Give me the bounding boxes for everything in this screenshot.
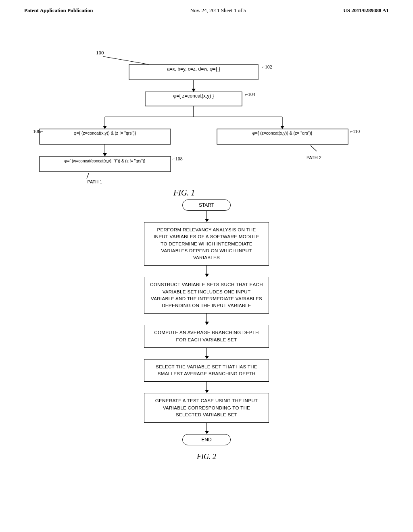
svg-text:106⌐: 106⌐ — [33, 129, 43, 134]
svg-text:⌐104: ⌐104 — [245, 91, 255, 97]
fig2-label: FIG. 2 — [197, 453, 216, 461]
arrow-5 — [206, 382, 207, 393]
header-right: US 2011/0289488 A1 — [343, 7, 389, 14]
arrow-1 — [206, 211, 207, 222]
svg-text:⌐102: ⌐102 — [262, 64, 272, 70]
page-header: Patent Application Publication Nov. 24, … — [0, 0, 413, 18]
svg-text:PATH 2: PATH 2 — [307, 155, 321, 160]
svg-text:100: 100 — [96, 50, 104, 56]
main-content: 100 a=x, b=y, c=z, d=w, φ={ } ⌐102 φ={ z… — [0, 18, 413, 481]
svg-line-25 — [87, 173, 89, 179]
svg-text:φ={ (w=concat(concat(x,y), "t": φ={ (w=concat(concat(x,y), "t")) & (z !=… — [64, 159, 146, 163]
end-wrapper: END — [182, 434, 231, 445]
svg-marker-6 — [192, 89, 196, 92]
end-node: END — [182, 434, 231, 445]
fig2-label-wrapper: FIG. 2 — [197, 453, 216, 461]
svg-text:⌐110: ⌐110 — [350, 129, 360, 134]
step-204: CONSTRUCT VARIABLE SETS SUCH THAT EACH V… — [144, 277, 269, 314]
step208-wrapper: SELECT THE VARIABLE SET THAT HAS THE SMA… — [144, 359, 269, 382]
step-208: SELECT THE VARIABLE SET THAT HAS THE SMA… — [144, 359, 269, 382]
start-node: START — [182, 200, 231, 211]
step-202: PERFORM RELEVANCY ANALYSIS ON THE INPUT … — [144, 222, 269, 266]
fig1-svg: 100 a=x, b=y, c=z, d=w, φ={ } ⌐102 φ={ z… — [24, 30, 387, 200]
svg-text:a=x, b=y, c=z, d=w, φ={ }: a=x, b=y, c=z, d=w, φ={ } — [167, 66, 220, 72]
svg-text:φ={ (z=concat(x,y)) & (z != "q: φ={ (z=concat(x,y)) & (z != "qrs")} — [74, 131, 136, 135]
svg-text:PATH 1: PATH 1 — [88, 179, 102, 184]
arrow-3 — [206, 314, 207, 325]
svg-marker-15 — [280, 126, 284, 129]
step206-wrapper: COMPUTE AN AVERAGE BRANCHING DEPTH FOR E… — [144, 325, 269, 348]
svg-line-1 — [103, 56, 149, 64]
arrow-6 — [206, 423, 207, 434]
step-206: COMPUTE AN AVERAGE BRANCHING DEPTH FOR E… — [144, 325, 269, 348]
svg-text:φ={ z=concat(x,y) }: φ={ z=concat(x,y) } — [173, 93, 214, 99]
header-left: Patent Application Publication — [24, 7, 93, 14]
step202-wrapper: PERFORM RELEVANCY ANALYSIS ON THE INPUT … — [144, 222, 269, 266]
svg-text:FIG. 1: FIG. 1 — [173, 188, 195, 197]
arrow-2 — [206, 266, 207, 277]
arrow-4 — [206, 348, 207, 359]
fig2-diagram: START PERFORM RELEVANCY ANALYSIS ON THE … — [24, 200, 389, 473]
svg-line-30 — [311, 145, 317, 151]
start-wrapper: START — [182, 200, 231, 211]
fig1-diagram: 100 a=x, b=y, c=z, d=w, φ={ } ⌐102 φ={ z… — [24, 30, 389, 200]
step210-wrapper: GENERATE A TEST CASE USING THE INPUT VAR… — [144, 393, 269, 423]
svg-text:φ={ (z=concat(x,y)) & (z= "qrs: φ={ (z=concat(x,y)) & (z= "qrs")} — [252, 131, 313, 135]
header-center: Nov. 24, 2011 Sheet 1 of 5 — [190, 7, 246, 14]
svg-marker-20 — [103, 153, 107, 156]
svg-marker-13 — [103, 126, 107, 129]
step204-wrapper: CONSTRUCT VARIABLE SETS SUCH THAT EACH V… — [144, 277, 269, 314]
svg-text:⌐108: ⌐108 — [173, 156, 183, 162]
step-210: GENERATE A TEST CASE USING THE INPUT VAR… — [144, 393, 269, 423]
